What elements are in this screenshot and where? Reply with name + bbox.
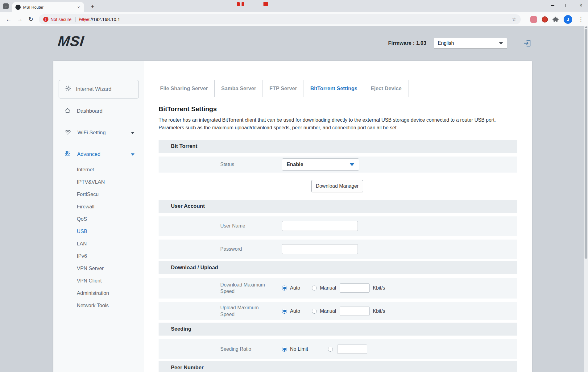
sub-item-label: IPTV&VLAN — [77, 179, 105, 185]
sidebar-item-network-tools[interactable]: Network Tools — [53, 299, 144, 311]
upload-speed-row: Upload Maximum Speed Auto Manual Kbit/s — [159, 302, 517, 320]
not-secure-icon: ! — [43, 17, 48, 22]
sidebar-item-qos[interactable]: QoS — [53, 213, 144, 225]
status-dropdown[interactable]: Enable — [282, 158, 359, 171]
sidebar-item-vpn-client[interactable]: VPN Client — [53, 274, 144, 287]
upload-auto-radio[interactable] — [282, 309, 287, 314]
advanced-submenu: Internet IPTV&VLAN FortiSecu Firewall Qo… — [53, 163, 144, 311]
sidebar-item-firewall[interactable]: Firewall — [53, 200, 144, 213]
sidebar-item-iptv-vlan[interactable]: IPTV&VLAN — [53, 176, 144, 188]
extension-icon-record[interactable] — [542, 16, 548, 23]
maximize-button[interactable] — [560, 0, 574, 11]
language-select[interactable]: English — [434, 38, 507, 49]
window-controls: × — [545, 0, 588, 11]
sub-item-label: LAN — [77, 241, 87, 247]
browser-tab[interactable]: MSI Router × — [12, 2, 84, 12]
sub-item-label: VPN Server — [77, 265, 104, 271]
username-label: User Name — [220, 223, 273, 229]
sidebar-item-advanced[interactable]: Advanced — [53, 144, 144, 165]
tab-title: MSI Router — [23, 5, 74, 10]
close-window-button[interactable]: × — [574, 0, 588, 11]
usb-tabs: File Sharing Server Samba Server FTP Ser… — [159, 80, 517, 97]
password-row: Password — [159, 240, 517, 259]
firmware-version: Firmware : 1.03 — [388, 40, 426, 46]
sidebar-item-label: Internet Wizard — [76, 86, 111, 92]
tab-file-sharing-server[interactable]: File Sharing Server — [159, 80, 215, 97]
password-input[interactable] — [282, 244, 358, 254]
back-button[interactable]: ← — [4, 12, 14, 26]
logout-button[interactable] — [523, 39, 532, 48]
profile-avatar[interactable]: J — [564, 15, 572, 24]
page-description: The router has an integrated BitTorrent … — [159, 116, 513, 132]
browser-menu-icon[interactable]: ⋮ — [577, 16, 585, 23]
upload-speed-input[interactable] — [340, 307, 370, 316]
sidebar-item-ipv6[interactable]: IPv6 — [53, 250, 144, 262]
chevron-down-icon — [131, 132, 135, 134]
security-chip-label[interactable]: Not secure — [51, 17, 72, 22]
custom-ratio-radio[interactable] — [328, 347, 333, 352]
forward-button[interactable]: → — [15, 12, 25, 26]
chip-divider — [75, 17, 76, 22]
seeding-ratio-input[interactable] — [337, 345, 367, 354]
site-favicon — [15, 5, 21, 10]
page-title: BitTorrent Settings — [159, 105, 517, 113]
sub-item-label: Internet — [77, 167, 94, 173]
sub-item-label: VPN Client — [77, 278, 102, 284]
sidebar-item-fortisecu[interactable]: FortiSecu — [53, 188, 144, 200]
sub-item-label: Network Tools — [77, 303, 109, 308]
no-limit-radio[interactable] — [282, 347, 287, 352]
chevron-down-icon — [131, 153, 135, 156]
page-scrollbar[interactable] — [584, 26, 588, 372]
home-icon — [64, 107, 71, 115]
sub-item-label: Firewall — [77, 204, 94, 210]
scrollbar-thumb[interactable] — [585, 29, 587, 259]
sidebar-item-wifi-setting[interactable]: WiFi Setting — [53, 122, 144, 144]
toolbar-right-icons: J ⋮ — [530, 12, 585, 26]
upload-manual-radio[interactable] — [312, 309, 317, 314]
sub-item-label: IPv6 — [77, 253, 87, 259]
close-tab-icon[interactable]: × — [77, 5, 81, 10]
no-limit-label: No Limit — [290, 346, 308, 352]
sidebar-item-internet[interactable]: Internet — [53, 163, 144, 176]
section-download-upload: Download / Upload — [159, 261, 517, 274]
sidebar-item-lan[interactable]: LAN — [53, 237, 144, 250]
url-text: https://192.168.10.1 — [79, 17, 120, 22]
recording-indicator — [237, 2, 268, 6]
download-auto-radio[interactable] — [282, 286, 287, 290]
bookmark-star-icon[interactable]: ☆ — [512, 16, 516, 23]
url-host: ://192.168.10.1 — [89, 17, 120, 22]
tab-bittorrent-settings[interactable]: BitTorrent Settings — [304, 80, 364, 97]
page-header-right: Firmware : 1.03 English — [388, 38, 532, 49]
chevron-down-icon — [350, 163, 354, 166]
new-tab-button[interactable]: + — [89, 3, 96, 10]
sidebar-item-vpn-server[interactable]: VPN Server — [53, 262, 144, 274]
section-bit-torrent: Bit Torrent — [159, 140, 517, 153]
tab-samba-server[interactable]: Samba Server — [215, 80, 263, 97]
download-speed-label: Download Maximum Speed — [220, 282, 273, 295]
minimize-button[interactable] — [545, 0, 560, 11]
sidebar-item-dashboard[interactable]: Dashboard — [53, 100, 144, 122]
section-peer-number: Peer Number — [159, 361, 517, 372]
tab-search-icon[interactable]: ⌄ — [3, 3, 9, 9]
sidebar-item-usb[interactable]: USB — [53, 225, 144, 237]
section-seeding: Seeding — [159, 323, 517, 336]
browser-toolbar: ← → ↻ ! Not secure https://192.168.10.1 … — [0, 12, 588, 26]
sidebar-item-internet-wizard[interactable]: Internet Wizard — [59, 80, 139, 98]
download-manager-button[interactable]: Download Manager — [311, 180, 363, 192]
extension-icon-pink[interactable] — [530, 16, 537, 23]
tab-ftp-server[interactable]: FTP Server — [263, 80, 304, 97]
address-bar[interactable]: ! Not secure https://192.168.10.1 ☆ — [39, 14, 521, 24]
tab-eject-device[interactable]: Eject Device — [364, 80, 408, 97]
download-speed-row: Download Maximum Speed Auto Manual Kbit/… — [159, 278, 517, 299]
router-admin-card: Internet Wizard Dashboard WiFi Setting — [53, 61, 532, 372]
upload-speed-label: Upload Maximum Speed — [220, 304, 273, 318]
msi-logo: MSI — [57, 33, 85, 49]
download-speed-input[interactable] — [340, 283, 370, 293]
manual-label: Manual — [320, 308, 336, 314]
extensions-puzzle-icon[interactable] — [553, 16, 559, 23]
sidebar-item-administration[interactable]: Administration — [53, 287, 144, 299]
scrollbar-up-arrow-icon[interactable] — [585, 26, 587, 28]
reload-button[interactable]: ↻ — [26, 12, 36, 26]
username-input[interactable] — [282, 221, 358, 231]
download-manual-radio[interactable] — [312, 286, 317, 290]
